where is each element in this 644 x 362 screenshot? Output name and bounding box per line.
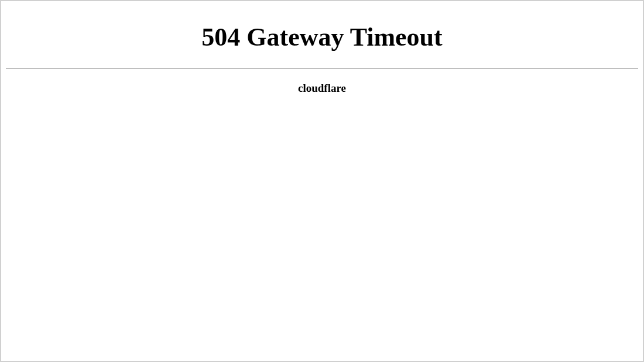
error-heading: 504 Gateway Timeout [6, 22, 638, 52]
provider-label: cloudflare [6, 82, 638, 95]
error-page: 504 Gateway Timeout cloudflare [1, 1, 643, 99]
horizontal-rule [6, 68, 638, 69]
